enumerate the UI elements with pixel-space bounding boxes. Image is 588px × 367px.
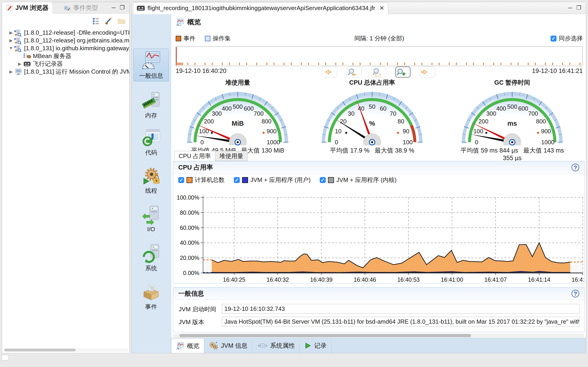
tree-row[interactable]: ▶ [1.8.0_112-release] -Dfile.encoding=UT… [2,29,129,36]
tree-row[interactable]: ▼ [1.8.0_131] io.github.kimmking.gateway… [2,44,129,52]
svg-text:10: 10 [335,128,342,135]
page-tab-label: 概览 [187,342,199,350]
view-toolbar [91,16,126,25]
tree-row[interactable]: ▶ 飞行记录器 [2,60,129,68]
svg-text:16:41:21: 16:41:21 [571,276,584,283]
new-connection-icon[interactable] [104,16,113,25]
tab-heap-usage[interactable]: 堆使用量 [215,151,248,161]
jvm-version-row: JVM 版本 Java HotSpot(TM) 64-Bit Server VM… [173,317,580,326]
pan-left-button[interactable] [322,67,337,77]
help-icon[interactable]: ? [571,290,579,298]
svg-text:70: 70 [390,110,397,117]
zoom-out-button[interactable] [346,67,362,77]
jvm-start-time-field[interactable]: 19-12-10 16:10:32.743 [222,304,580,314]
tree-item-icon [14,68,24,75]
layout-tree-icon[interactable] [91,16,100,25]
zoom-in-button[interactable] [395,67,410,77]
pan-right-button[interactable] [420,67,435,77]
svg-text:300: 300 [486,110,496,117]
sidebar-page-item[interactable]: 一般信息 [133,49,169,81]
close-icon[interactable]: ✕ [379,5,384,12]
legend-item[interactable]: ✓ 计算机总数 [178,176,225,184]
tree-item-icon [23,60,33,67]
svg-text:100: 100 [473,128,483,135]
sidebar-page-item[interactable]: 代码 [133,127,169,157]
tree-item-label: [1.8.0_112-release] -Dfile.encoding=UTF-… [24,29,129,36]
tab-cpu-usage[interactable]: CPU 占用率 [174,151,215,161]
sidebar-page-label: 线程 [145,187,157,194]
legend-item[interactable]: ✓ JVM + 应用程序 (用户) [234,176,311,184]
sidebar-page-item[interactable]: 事件 [133,281,169,311]
sidebar-page-item[interactable]: 系统 [133,243,169,272]
tree-row[interactable]: ▶ [1.8.0_131] 运行 Mission Control 的 JVM [2,68,129,75]
minimize-editor-button[interactable]: ─ [567,5,573,11]
svg-text:16:40:25: 16:40:25 [223,276,245,283]
tree-expander[interactable]: ▶ [8,38,14,43]
tree-expander[interactable]: ▶ [8,30,14,35]
svg-text:200: 200 [478,118,488,125]
svg-text:MiB: MiB [232,120,244,127]
tree-row[interactable]: ▶ [1.8.0_112-release] org.jetbrains.idea… [2,36,129,44]
general-info-title: 一般信息 [178,289,204,298]
tab-jvm-browser[interactable]: JVM 浏览器 [2,2,53,14]
sidebar-page-label: 一般信息 [139,72,163,79]
heap-usage-gauge: 堆使用量 01002003004005006007008009001000MiB… [180,78,295,155]
page-tab[interactable]: <> 系统属性 [253,338,300,353]
left-horizontal-scrollbar[interactable] [3,348,128,352]
jvm-version-label: JVM 版本 [179,318,204,326]
jvm-start-time-label: JVM 启动时间 [179,305,216,313]
page-tab[interactable]: 记录 [300,338,331,353]
legend-item[interactable]: ✓ JVM + 应用程序 (内核) [320,176,397,184]
tree-row[interactable]: MBean 服务器 [2,52,129,60]
svg-text:600: 600 [244,105,254,112]
page-tab-label: 系统属性 [270,342,295,350]
tab-event-types[interactable]: 事件类型 [60,2,102,14]
recording-file-icon [137,6,145,11]
maximize-view-button[interactable]: ❐ [119,5,126,11]
zoom-controls [171,67,586,79]
sidebar-page-item[interactable]: 内存 [133,90,169,119]
new-folder-icon[interactable] [117,16,126,25]
jvm-version-field[interactable]: Java HotSpot(TM) 64-Bit Server VM (25.13… [222,317,580,326]
gc-gauge-title: GC 暂停时间 [455,78,570,87]
page-tab[interactable]: 概览 [171,338,204,353]
svg-text:16:40:53: 16:40:53 [397,276,420,283]
checkbox-checked-icon: ✓ [551,35,556,42]
sidebar-page-label: 系统 [145,265,157,272]
jvm-browser-icon [6,4,13,11]
svg-text:800: 800 [262,118,271,125]
svg-text:50: 50 [369,103,376,110]
help-icon[interactable]: ? [571,164,579,171]
cpu-usage-gauge: CPU 总体占用率 0102030405060708090100% 平均值 17… [315,78,430,155]
tree-expander[interactable]: ▶ [17,61,23,67]
page-tab[interactable]: JVM 信息 [204,338,252,353]
legend-swatch [187,177,192,183]
sync-selection-checkbox[interactable]: ✓ 同步选择 [551,34,583,42]
svg-text:900: 900 [541,128,551,135]
svg-text:500: 500 [507,103,517,110]
minimize-view-button[interactable]: ─ [110,5,117,11]
editor-tab[interactable]: flight_recording_180131iogithubkimmkingg… [133,2,388,14]
overview-page: 概览 事件 操作集 间隔: 1 分钟 (全部) ✓ 同步选择 [171,14,586,353]
zoom-selection-button[interactable] [371,67,386,77]
sidebar-page-item[interactable]: 线程 [133,165,169,195]
svg-text:500: 500 [233,103,242,110]
tree-item-label: [1.8.0_131] 运行 Mission Control 的 JVM [24,68,129,75]
svg-text:16:40:39: 16:40:39 [310,276,332,283]
content-horizontal-scrollbar[interactable] [173,334,585,338]
svg-text:100.00%: 100.00% [177,194,199,201]
chart-tabs: CPU 占用率堆使用量 [174,151,248,161]
svg-text:60.00%: 60.00% [180,225,199,231]
tree-expander[interactable]: ▼ [8,46,14,51]
svg-text:80: 80 [398,118,404,125]
maximize-editor-button[interactable]: ❐ [575,5,582,11]
svg-text:600: 600 [518,105,528,112]
svg-text:0.00%: 0.00% [183,270,199,276]
fast-view-bar [2,355,9,360]
sidebar-page-item[interactable]: I/O [133,204,169,233]
cpu-section-header: CPU 占用率 ? [173,161,584,174]
svg-text:0: 0 [335,139,338,145]
tree-expander[interactable]: ▶ [8,69,14,74]
recording-timeline[interactable] [176,46,583,66]
svg-text:100: 100 [403,139,413,145]
